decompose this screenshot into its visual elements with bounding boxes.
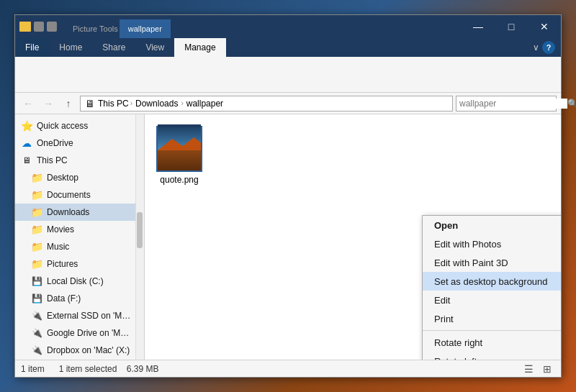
sidebar-item-local-disk-c[interactable]: 💾 Local Disk (C:)	[15, 273, 144, 290]
svg-rect-3	[158, 124, 201, 127]
context-menu: Open Edit with Photos Edit with Paint 3D…	[422, 215, 561, 360]
sidebar-item-icloud[interactable]: 🔌 iCloud on 'Mac' (Y:)	[15, 359, 144, 360]
ribbon-spacer	[226, 38, 527, 57]
ribbon-tab-view[interactable]: View	[135, 38, 174, 57]
address-path[interactable]: 🖥 This PC › Downloads › wallpaper	[80, 96, 453, 111]
ribbon-tab-home[interactable]: Home	[49, 38, 92, 57]
back-button[interactable]: ←	[19, 95, 37, 112]
breadcrumb: 🖥 This PC › Downloads › wallpaper	[85, 98, 223, 109]
ribbon-tab-file[interactable]: File	[15, 38, 49, 57]
address-bar: ← → ↑ 🖥 This PC › Downloads › wallpaper …	[15, 93, 561, 114]
title-tab-active[interactable]: wallpaper	[120, 19, 171, 38]
search-input[interactable]	[459, 99, 567, 109]
status-right: ☰ ⊞	[521, 362, 555, 376]
crumb-arrow-1: ›	[130, 99, 132, 107]
ctx-print[interactable]: Print	[423, 309, 561, 328]
file-item-quote-png[interactable]: quote.png	[150, 120, 208, 191]
quick-access-icon: ⭐	[21, 120, 32, 132]
ctx-edit-with-paint-3d[interactable]: Edit with Paint 3D	[423, 253, 561, 272]
sidebar-item-external-ssd[interactable]: 🔌 External SSD on 'Mac' (V:)	[15, 307, 144, 324]
file-label: quote.png	[160, 175, 198, 185]
help-button[interactable]: ?	[542, 41, 555, 54]
close-button[interactable]: ✕	[528, 15, 561, 38]
ribbon-tabs: File Home Share View Manage ∨ ?	[15, 38, 561, 57]
title-controls: — □ ✕	[462, 15, 561, 38]
sidebar-item-google-drive[interactable]: 🔌 Google Drive on 'Mac' (W:)	[15, 324, 144, 342]
minimize-button[interactable]: —	[462, 15, 495, 38]
sidebar-item-data-f[interactable]: 💾 Data (F:)	[15, 290, 144, 307]
status-bar: 1 item 1 item selected 6.39 MB ☰ ⊞	[15, 360, 561, 377]
search-box[interactable]: 🔍	[456, 96, 557, 111]
list-view-button[interactable]: ☰	[521, 362, 536, 376]
sidebar: ⭐ Quick access ☁ OneDrive 🖥 This PC 📁 De…	[15, 114, 145, 360]
window-icon-2	[34, 22, 44, 32]
details-view-button[interactable]: ⊞	[539, 362, 555, 376]
search-icon: 🔍	[567, 99, 576, 109]
sidebar-item-this-pc[interactable]: 🖥 This PC	[15, 152, 144, 169]
file-thumbnail	[156, 126, 202, 172]
sidebar-item-documents[interactable]: 📁 Documents	[15, 186, 144, 204]
expand-ribbon-icon[interactable]: ∨	[533, 42, 539, 53]
sidebar-item-desktop[interactable]: 📁 Desktop	[15, 169, 144, 186]
ribbon-right: ∨ ?	[527, 38, 561, 57]
sidebar-item-movies[interactable]: 📁 Movies	[15, 221, 144, 238]
music-folder-icon: 📁	[31, 241, 42, 252]
ctx-sep-1	[423, 330, 561, 331]
ctx-rotate-left[interactable]: Rotate left	[423, 352, 561, 360]
ctx-rotate-right[interactable]: Rotate right	[423, 333, 561, 352]
google-drive-icon: 🔌	[31, 327, 42, 339]
window-icon-3	[47, 22, 57, 32]
ctx-edit[interactable]: Edit	[423, 291, 561, 309]
ribbon-content	[15, 57, 561, 93]
main-area: ⭐ Quick access ☁ OneDrive 🖥 This PC 📁 De…	[15, 114, 561, 360]
forward-button[interactable]: →	[40, 95, 57, 112]
content-pane[interactable]: quote.png Open Edit with Photos Edit wit…	[145, 114, 561, 360]
up-button[interactable]: ↑	[60, 95, 77, 112]
sidebar-scrollbar-track[interactable]	[135, 114, 144, 360]
title-bar-icons	[15, 22, 61, 32]
desktop-folder-icon: 📁	[31, 172, 42, 183]
sidebar-item-downloads[interactable]: 📁 Downloads	[15, 204, 144, 221]
title-tab-picture-tools[interactable]: Picture Tools	[64, 19, 120, 38]
ctx-edit-with-photos[interactable]: Edit with Photos	[423, 234, 561, 253]
dropbox-icon: 🔌	[31, 345, 42, 356]
title-bar: Picture Tools wallpaper — □ ✕	[15, 15, 561, 38]
window-icon-1	[19, 22, 31, 32]
pc-icon: 🖥	[85, 98, 95, 109]
local-disk-c-icon: 💾	[31, 275, 42, 287]
sidebar-item-quick-access[interactable]: ⭐ Quick access	[15, 117, 144, 135]
maximize-button[interactable]: □	[495, 15, 528, 38]
svg-rect-1	[158, 150, 201, 170]
ribbon-tab-manage[interactable]: Manage	[174, 38, 225, 57]
external-ssd-icon: 🔌	[31, 310, 42, 322]
ctx-set-as-desktop-background[interactable]: Set as desktop background	[423, 272, 561, 291]
onedrive-icon: ☁	[21, 137, 32, 149]
this-pc-icon: 🖥	[21, 155, 32, 166]
sidebar-item-onedrive[interactable]: ☁ OneDrive	[15, 135, 144, 152]
ctx-open[interactable]: Open	[423, 216, 561, 234]
movies-folder-icon: 📁	[31, 224, 42, 235]
sidebar-item-music[interactable]: 📁 Music	[15, 238, 144, 255]
file-explorer-window: Picture Tools wallpaper — □ ✕ File Home …	[14, 14, 562, 378]
status-selection: 1 item selected 6.39 MB	[59, 364, 159, 374]
ribbon-tab-share[interactable]: Share	[92, 38, 135, 57]
sidebar-item-pictures[interactable]: 📁 Pictures	[15, 255, 144, 273]
thumbnail-image	[158, 124, 201, 170]
documents-folder-icon: 📁	[31, 189, 42, 201]
sidebar-item-dropbox[interactable]: 🔌 Dropbox on 'Mac' (X:)	[15, 342, 144, 359]
pictures-folder-icon: 📁	[31, 258, 42, 270]
sidebar-scrollbar-thumb[interactable]	[137, 212, 143, 248]
crumb-arrow-2: ›	[181, 99, 183, 107]
downloads-folder-icon: 📁	[31, 206, 42, 218]
status-item-count: 1 item	[21, 364, 45, 374]
data-f-icon: 💾	[31, 293, 42, 304]
title-tabs: Picture Tools wallpaper	[61, 15, 462, 38]
